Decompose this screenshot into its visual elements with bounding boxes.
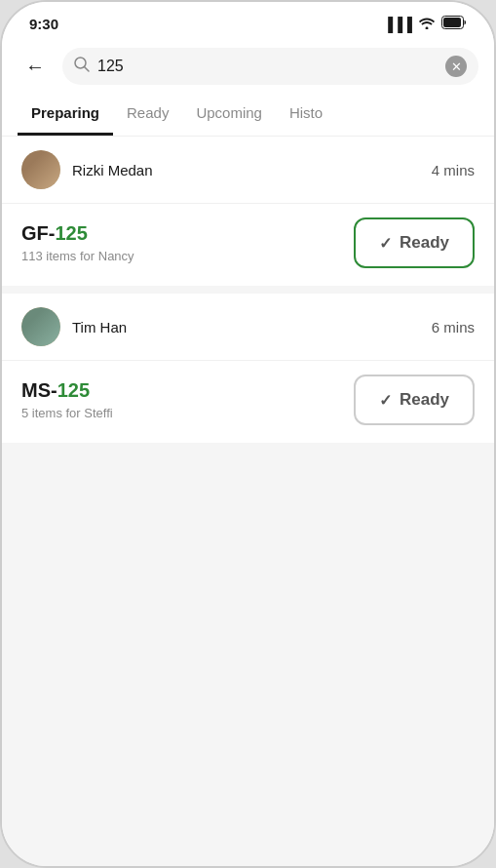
order-group-1: Rizki Medan 4 mins GF-125 113 items for … — [2, 137, 494, 286]
clear-button[interactable]: ✕ — [445, 56, 467, 77]
order-code-highlight-1: 125 — [55, 222, 87, 244]
tabs-row: Preparing Ready Upcoming Histo — [2, 93, 494, 137]
search-input-container: ✕ — [62, 48, 478, 85]
order-group-2: Tim Han 6 mins MS-125 5 items for Steffi… — [2, 294, 494, 443]
ready-label-1: Ready — [400, 233, 449, 253]
courier-left-1: Rizki Medan — [21, 150, 153, 189]
svg-line-3 — [85, 67, 90, 72]
content-area: Rizki Medan 4 mins GF-125 113 items for … — [2, 137, 494, 866]
order-courier-row-2: Tim Han 6 mins — [2, 294, 494, 361]
signal-icon: ▐▐▐ — [383, 17, 412, 32]
avatar-img-2 — [21, 307, 60, 346]
order-code-prefix-2: MS- — [21, 379, 57, 401]
order-items-1: 113 items for Nancy — [21, 249, 134, 263]
ready-button-1[interactable]: ✓ Ready — [354, 217, 475, 268]
order-items-2: 5 items for Steffi — [21, 406, 113, 420]
back-arrow-icon: ← — [25, 56, 45, 78]
tab-upcoming[interactable]: Upcoming — [182, 93, 276, 136]
avatar-img-1 — [21, 150, 60, 189]
tab-ready[interactable]: Ready — [113, 93, 182, 136]
avatar-1 — [21, 150, 60, 189]
ready-button-2[interactable]: ✓ Ready — [354, 375, 475, 425]
ready-label-2: Ready — [400, 390, 449, 410]
status-bar: 9:30 ▐▐▐ — [2, 2, 494, 40]
tab-preparing[interactable]: Preparing — [18, 93, 113, 136]
status-time: 9:30 — [29, 16, 58, 32]
search-bar-row: ← ✕ — [2, 40, 494, 93]
phone-frame: 9:30 ▐▐▐ ← — [0, 0, 496, 868]
wifi-icon — [418, 17, 436, 32]
courier-time-1: 4 mins — [432, 162, 475, 178]
courier-name-2: Tim Han — [72, 319, 127, 335]
tab-history[interactable]: Histo — [276, 93, 336, 136]
courier-left-2: Tim Han — [21, 307, 127, 346]
order-code-2: MS-125 — [21, 379, 113, 402]
order-info-1: GF-125 113 items for Nancy — [21, 222, 134, 263]
clear-icon: ✕ — [451, 60, 462, 73]
courier-name-1: Rizki Medan — [72, 162, 153, 178]
battery-icon — [441, 16, 467, 32]
courier-time-2: 6 mins — [432, 319, 475, 335]
back-button[interactable]: ← — [18, 49, 53, 84]
order-code-highlight-2: 125 — [57, 379, 90, 401]
checkmark-icon-2: ✓ — [379, 391, 392, 410]
order-code-prefix-1: GF- — [21, 222, 55, 244]
search-input[interactable] — [97, 58, 438, 75]
order-info-2: MS-125 5 items for Steffi — [21, 379, 113, 420]
order-detail-row-2: MS-125 5 items for Steffi ✓ Ready — [2, 361, 494, 443]
order-code-1: GF-125 — [21, 222, 134, 245]
checkmark-icon-1: ✓ — [379, 234, 392, 253]
status-icons: ▐▐▐ — [383, 16, 467, 32]
order-courier-row-1: Rizki Medan 4 mins — [2, 137, 494, 204]
order-detail-row-1: GF-125 113 items for Nancy ✓ Ready — [2, 204, 494, 286]
search-icon — [74, 57, 90, 76]
avatar-2 — [21, 307, 60, 346]
svg-rect-1 — [443, 18, 461, 27]
